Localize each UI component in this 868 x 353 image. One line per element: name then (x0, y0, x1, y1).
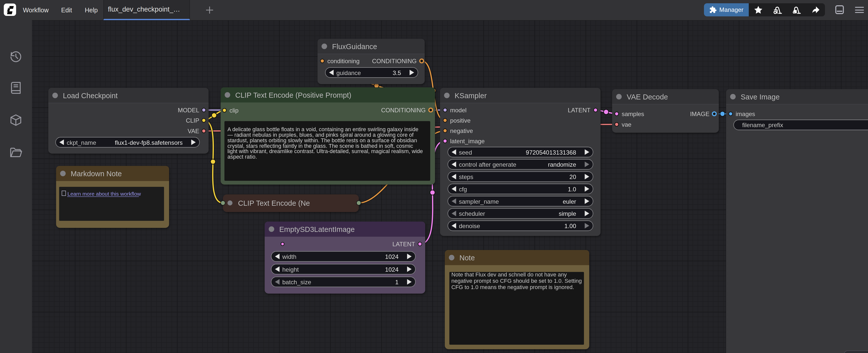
svg-text:vae: vae (622, 121, 631, 128)
svg-text:negative: negative (450, 127, 473, 134)
svg-text:height: height (282, 266, 299, 273)
svg-text:1.00: 1.00 (564, 223, 576, 229)
svg-text:972054013131368: 972054013131368 (526, 149, 576, 156)
svg-text:batch_size: batch_size (282, 279, 311, 286)
svg-text:conditioning: conditioning (327, 58, 360, 64)
svg-text:VAE: VAE (188, 128, 199, 135)
svg-text:CFG to 1.0 means the negative: CFG to 1.0 means the negative prompt is … (452, 284, 574, 290)
svg-text:KSampler: KSampler (455, 92, 487, 100)
svg-text:images: images (736, 111, 755, 117)
svg-text:MODEL: MODEL (178, 107, 199, 114)
svg-text:1.0: 1.0 (568, 186, 576, 193)
svg-text:CONDITIONING: CONDITIONING (381, 107, 426, 114)
svg-text:seed: seed (459, 149, 472, 156)
svg-text:stardust, planets orbiting slo: stardust, planets orbiting slowly within… (227, 138, 417, 144)
svg-text:denoise: denoise (459, 223, 480, 229)
svg-text:CLIP: CLIP (186, 117, 199, 124)
svg-text:3.5: 3.5 (393, 69, 401, 76)
svg-text:aspect ratio.: aspect ratio. (227, 154, 257, 160)
svg-text:Learn more about this workflow: Learn more about this workflow (67, 191, 141, 197)
svg-text:latent_image: latent_image (450, 138, 485, 145)
svg-text:VAE Decode: VAE Decode (627, 93, 668, 101)
svg-text:Note that Flux dev and schnell: Note that Flux dev and schnell do not ha… (452, 271, 567, 278)
svg-text:clip: clip (229, 107, 239, 114)
svg-text:positive: positive (450, 117, 470, 124)
svg-text:euler: euler (563, 198, 576, 205)
svg-text:negative prompt so CFG should: negative prompt so CFG should be set to … (452, 278, 582, 284)
svg-text:1024: 1024 (385, 266, 399, 273)
svg-text:LATENT: LATENT (393, 241, 415, 247)
svg-text:sampler_name: sampler_name (459, 198, 499, 205)
svg-text:cfg: cfg (459, 186, 467, 193)
svg-text:width: width (282, 253, 297, 260)
svg-text:CONDITIONING: CONDITIONING (372, 58, 416, 64)
svg-text:1024: 1024 (385, 253, 399, 260)
svg-text:IMAGE: IMAGE (690, 111, 710, 117)
svg-text:LATENT: LATENT (568, 107, 591, 114)
svg-text:Save Image: Save Image (741, 93, 780, 101)
svg-text:1: 1 (395, 279, 399, 286)
svg-text:steps: steps (459, 174, 473, 180)
svg-text:20: 20 (569, 174, 576, 180)
svg-text:A delicate glass bottle floats: A delicate glass bottle floats in a void… (227, 126, 418, 133)
svg-text:CLIP Text Encode (Ne: CLIP Text Encode (Ne (238, 199, 310, 207)
svg-text:ckpt_name: ckpt_name (67, 139, 96, 146)
svg-text:model: model (450, 107, 466, 114)
svg-text:Markdown Note: Markdown Note (71, 170, 122, 178)
svg-text:Note: Note (459, 254, 475, 262)
svg-text:randomize: randomize (548, 161, 576, 168)
svg-text:control after generate: control after generate (459, 161, 516, 168)
svg-text:light with vibrant, dreamlike: light with vibrant, dreamlike contrast. … (227, 148, 423, 154)
svg-text:guidance: guidance (336, 69, 361, 76)
svg-text:CLIP Text Encode (Positive Pro: CLIP Text Encode (Positive Prompt) (235, 91, 351, 99)
svg-text:simple: simple (559, 210, 576, 217)
svg-text:samples: samples (622, 111, 644, 117)
svg-text:scheduler: scheduler (459, 210, 485, 217)
svg-text:filename_prefix: filename_prefix (742, 122, 783, 128)
svg-text:crystal, stars reflecting fain: crystal, stars reflecting faintly in the… (227, 143, 413, 149)
svg-text:EmptySD3LatentImage: EmptySD3LatentImage (279, 225, 355, 233)
svg-text:FluxGuidance: FluxGuidance (332, 42, 377, 51)
svg-text:flux1-dev-fp8.safetensors: flux1-dev-fp8.safetensors (115, 139, 183, 146)
svg-text:— radiant nebulas in purples,: — radiant nebulas in purples, blues, and… (227, 132, 414, 138)
svg-text:Load Checkpoint: Load Checkpoint (63, 92, 118, 100)
